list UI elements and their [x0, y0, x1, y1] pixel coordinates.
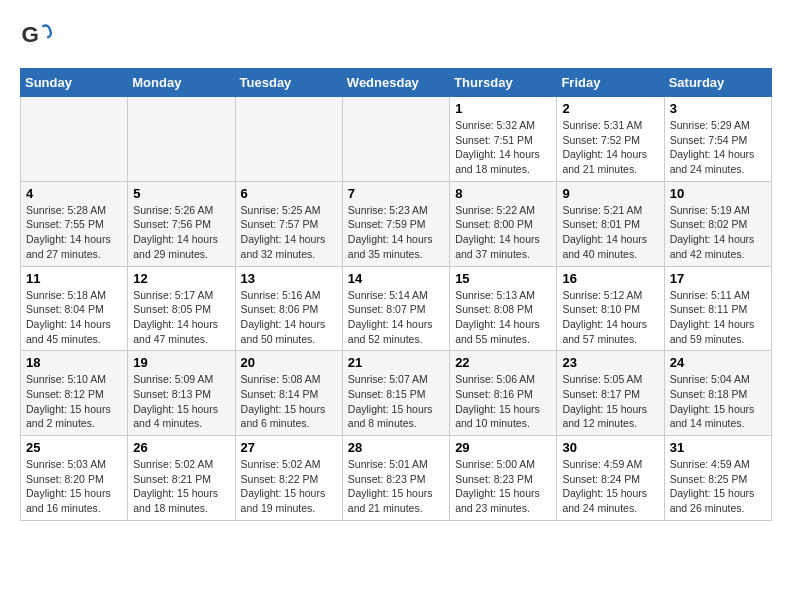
day-number: 17	[670, 271, 766, 286]
calendar-cell: 22Sunrise: 5:06 AMSunset: 8:16 PMDayligh…	[450, 351, 557, 436]
calendar-cell: 24Sunrise: 5:04 AMSunset: 8:18 PMDayligh…	[664, 351, 771, 436]
header-day-monday: Monday	[128, 69, 235, 97]
week-row-3: 11Sunrise: 5:18 AMSunset: 8:04 PMDayligh…	[21, 266, 772, 351]
calendar-cell: 29Sunrise: 5:00 AMSunset: 8:23 PMDayligh…	[450, 436, 557, 521]
day-info: Sunrise: 5:09 AMSunset: 8:13 PMDaylight:…	[133, 372, 229, 431]
calendar-cell: 6Sunrise: 5:25 AMSunset: 7:57 PMDaylight…	[235, 181, 342, 266]
day-number: 9	[562, 186, 658, 201]
day-info: Sunrise: 5:03 AMSunset: 8:20 PMDaylight:…	[26, 457, 122, 516]
day-number: 16	[562, 271, 658, 286]
calendar-cell: 13Sunrise: 5:16 AMSunset: 8:06 PMDayligh…	[235, 266, 342, 351]
calendar-cell: 7Sunrise: 5:23 AMSunset: 7:59 PMDaylight…	[342, 181, 449, 266]
day-number: 6	[241, 186, 337, 201]
day-info: Sunrise: 5:17 AMSunset: 8:05 PMDaylight:…	[133, 288, 229, 347]
logo: G	[20, 20, 56, 52]
day-info: Sunrise: 4:59 AMSunset: 8:24 PMDaylight:…	[562, 457, 658, 516]
day-number: 12	[133, 271, 229, 286]
calendar-cell: 23Sunrise: 5:05 AMSunset: 8:17 PMDayligh…	[557, 351, 664, 436]
day-number: 5	[133, 186, 229, 201]
calendar-cell	[128, 97, 235, 182]
calendar-cell	[235, 97, 342, 182]
day-info: Sunrise: 5:12 AMSunset: 8:10 PMDaylight:…	[562, 288, 658, 347]
day-number: 14	[348, 271, 444, 286]
day-info: Sunrise: 5:05 AMSunset: 8:17 PMDaylight:…	[562, 372, 658, 431]
day-info: Sunrise: 5:11 AMSunset: 8:11 PMDaylight:…	[670, 288, 766, 347]
day-info: Sunrise: 5:26 AMSunset: 7:56 PMDaylight:…	[133, 203, 229, 262]
calendar-cell	[21, 97, 128, 182]
week-row-2: 4Sunrise: 5:28 AMSunset: 7:55 PMDaylight…	[21, 181, 772, 266]
day-number: 13	[241, 271, 337, 286]
day-number: 10	[670, 186, 766, 201]
header-day-wednesday: Wednesday	[342, 69, 449, 97]
day-info: Sunrise: 5:06 AMSunset: 8:16 PMDaylight:…	[455, 372, 551, 431]
day-number: 7	[348, 186, 444, 201]
day-number: 26	[133, 440, 229, 455]
svg-text:G: G	[22, 22, 39, 47]
day-number: 25	[26, 440, 122, 455]
calendar-table: SundayMondayTuesdayWednesdayThursdayFrid…	[20, 68, 772, 521]
week-row-1: 1Sunrise: 5:32 AMSunset: 7:51 PMDaylight…	[21, 97, 772, 182]
calendar-cell: 18Sunrise: 5:10 AMSunset: 8:12 PMDayligh…	[21, 351, 128, 436]
day-info: Sunrise: 5:04 AMSunset: 8:18 PMDaylight:…	[670, 372, 766, 431]
calendar-cell: 31Sunrise: 4:59 AMSunset: 8:25 PMDayligh…	[664, 436, 771, 521]
day-number: 22	[455, 355, 551, 370]
day-info: Sunrise: 5:21 AMSunset: 8:01 PMDaylight:…	[562, 203, 658, 262]
day-info: Sunrise: 5:13 AMSunset: 8:08 PMDaylight:…	[455, 288, 551, 347]
day-info: Sunrise: 5:10 AMSunset: 8:12 PMDaylight:…	[26, 372, 122, 431]
day-number: 31	[670, 440, 766, 455]
calendar-cell: 1Sunrise: 5:32 AMSunset: 7:51 PMDaylight…	[450, 97, 557, 182]
header-day-tuesday: Tuesday	[235, 69, 342, 97]
calendar-cell: 30Sunrise: 4:59 AMSunset: 8:24 PMDayligh…	[557, 436, 664, 521]
day-info: Sunrise: 4:59 AMSunset: 8:25 PMDaylight:…	[670, 457, 766, 516]
day-info: Sunrise: 5:19 AMSunset: 8:02 PMDaylight:…	[670, 203, 766, 262]
day-number: 27	[241, 440, 337, 455]
day-number: 20	[241, 355, 337, 370]
calendar-cell: 14Sunrise: 5:14 AMSunset: 8:07 PMDayligh…	[342, 266, 449, 351]
day-number: 30	[562, 440, 658, 455]
day-number: 15	[455, 271, 551, 286]
day-number: 8	[455, 186, 551, 201]
header-day-friday: Friday	[557, 69, 664, 97]
day-number: 1	[455, 101, 551, 116]
day-info: Sunrise: 5:00 AMSunset: 8:23 PMDaylight:…	[455, 457, 551, 516]
day-number: 2	[562, 101, 658, 116]
day-info: Sunrise: 5:31 AMSunset: 7:52 PMDaylight:…	[562, 118, 658, 177]
calendar-cell: 11Sunrise: 5:18 AMSunset: 8:04 PMDayligh…	[21, 266, 128, 351]
calendar-cell: 28Sunrise: 5:01 AMSunset: 8:23 PMDayligh…	[342, 436, 449, 521]
calendar-cell: 4Sunrise: 5:28 AMSunset: 7:55 PMDaylight…	[21, 181, 128, 266]
day-info: Sunrise: 5:02 AMSunset: 8:22 PMDaylight:…	[241, 457, 337, 516]
calendar-cell: 15Sunrise: 5:13 AMSunset: 8:08 PMDayligh…	[450, 266, 557, 351]
day-number: 21	[348, 355, 444, 370]
calendar-cell: 8Sunrise: 5:22 AMSunset: 8:00 PMDaylight…	[450, 181, 557, 266]
calendar-cell	[342, 97, 449, 182]
day-number: 3	[670, 101, 766, 116]
calendar-cell: 10Sunrise: 5:19 AMSunset: 8:02 PMDayligh…	[664, 181, 771, 266]
header-day-thursday: Thursday	[450, 69, 557, 97]
calendar-cell: 26Sunrise: 5:02 AMSunset: 8:21 PMDayligh…	[128, 436, 235, 521]
day-number: 29	[455, 440, 551, 455]
page-header: G	[20, 20, 772, 52]
week-row-4: 18Sunrise: 5:10 AMSunset: 8:12 PMDayligh…	[21, 351, 772, 436]
calendar-cell: 5Sunrise: 5:26 AMSunset: 7:56 PMDaylight…	[128, 181, 235, 266]
day-info: Sunrise: 5:16 AMSunset: 8:06 PMDaylight:…	[241, 288, 337, 347]
day-info: Sunrise: 5:18 AMSunset: 8:04 PMDaylight:…	[26, 288, 122, 347]
day-info: Sunrise: 5:14 AMSunset: 8:07 PMDaylight:…	[348, 288, 444, 347]
calendar-cell: 21Sunrise: 5:07 AMSunset: 8:15 PMDayligh…	[342, 351, 449, 436]
calendar-cell: 19Sunrise: 5:09 AMSunset: 8:13 PMDayligh…	[128, 351, 235, 436]
day-info: Sunrise: 5:01 AMSunset: 8:23 PMDaylight:…	[348, 457, 444, 516]
day-info: Sunrise: 5:29 AMSunset: 7:54 PMDaylight:…	[670, 118, 766, 177]
calendar-cell: 16Sunrise: 5:12 AMSunset: 8:10 PMDayligh…	[557, 266, 664, 351]
day-number: 28	[348, 440, 444, 455]
header-day-sunday: Sunday	[21, 69, 128, 97]
calendar-cell: 2Sunrise: 5:31 AMSunset: 7:52 PMDaylight…	[557, 97, 664, 182]
header-row: SundayMondayTuesdayWednesdayThursdayFrid…	[21, 69, 772, 97]
day-number: 18	[26, 355, 122, 370]
day-info: Sunrise: 5:07 AMSunset: 8:15 PMDaylight:…	[348, 372, 444, 431]
day-info: Sunrise: 5:23 AMSunset: 7:59 PMDaylight:…	[348, 203, 444, 262]
header-day-saturday: Saturday	[664, 69, 771, 97]
calendar-cell: 17Sunrise: 5:11 AMSunset: 8:11 PMDayligh…	[664, 266, 771, 351]
calendar-header: SundayMondayTuesdayWednesdayThursdayFrid…	[21, 69, 772, 97]
day-info: Sunrise: 5:02 AMSunset: 8:21 PMDaylight:…	[133, 457, 229, 516]
calendar-cell: 12Sunrise: 5:17 AMSunset: 8:05 PMDayligh…	[128, 266, 235, 351]
logo-icon: G	[20, 20, 52, 52]
